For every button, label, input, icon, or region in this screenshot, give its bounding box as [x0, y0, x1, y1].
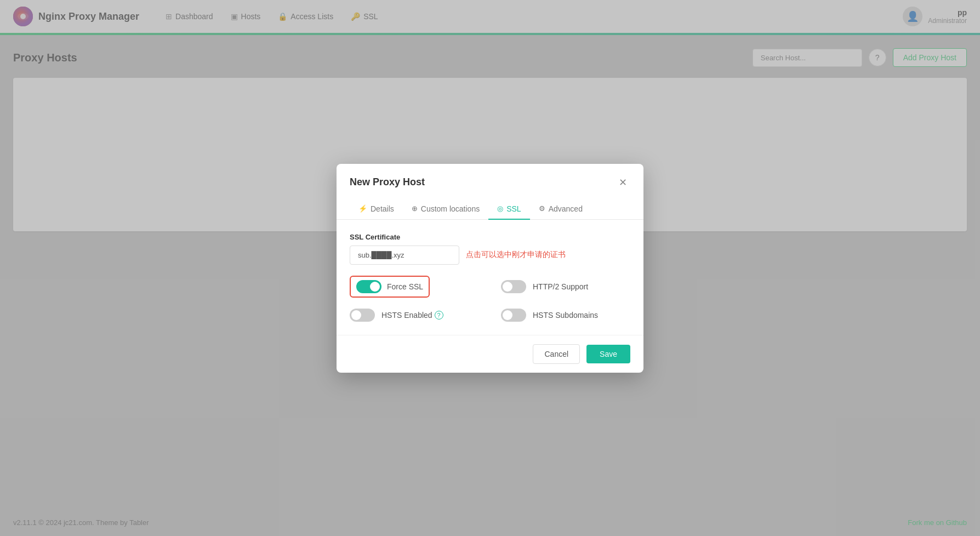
modal-header: New Proxy Host ✕: [337, 164, 643, 190]
hsts-enabled-slider: [350, 309, 375, 322]
advanced-tab-icon: ⚙: [539, 204, 545, 213]
tab-custom-locations[interactable]: ⊕ Custom locations: [403, 199, 488, 220]
tab-advanced-label: Advanced: [549, 204, 583, 213]
hsts-subdomains-slider: [501, 309, 526, 322]
hsts-subdomains-toggle[interactable]: [501, 309, 526, 322]
modal-title: New Proxy Host: [350, 176, 425, 188]
hsts-subdomains-toggle-item: HSTS Subdomains: [501, 309, 630, 322]
details-tab-icon: ⚡: [358, 204, 367, 213]
tab-details[interactable]: ⚡ Details: [350, 199, 403, 220]
force-ssl-slider: [356, 280, 381, 293]
hsts-help-icon[interactable]: ?: [435, 311, 443, 320]
http2-support-toggle-item: HTTP/2 Support: [501, 276, 630, 298]
ssl-cert-input[interactable]: [350, 246, 459, 265]
hsts-enabled-text: HSTS Enabled: [381, 311, 432, 320]
modal-body: SSL Certificate 点击可以选中刚才申请的证书 Force SSL: [337, 220, 643, 335]
tab-details-label: Details: [371, 204, 394, 213]
modal-tabs: ⚡ Details ⊕ Custom locations ◎ SSL ⚙ Adv…: [337, 199, 643, 220]
custom-locations-tab-icon: ⊕: [412, 204, 418, 213]
modal-close-button[interactable]: ✕: [615, 175, 630, 190]
ssl-cert-row: 点击可以选中刚才申请的证书: [350, 246, 630, 265]
http2-toggle[interactable]: [501, 280, 526, 293]
http2-label: HTTP/2 Support: [533, 282, 588, 291]
hsts-enabled-toggle[interactable]: [350, 309, 375, 322]
http2-slider: [501, 280, 526, 293]
ssl-toggles-grid: Force SSL HTTP/2 Support: [350, 276, 630, 322]
hsts-subdomains-label: HSTS Subdomains: [533, 311, 598, 320]
force-ssl-label: Force SSL: [387, 282, 423, 291]
tab-ssl-label: SSL: [506, 204, 521, 213]
ssl-certificate-group: SSL Certificate 点击可以选中刚才申请的证书: [350, 233, 630, 265]
hsts-enabled-label: HSTS Enabled ?: [381, 311, 443, 320]
modal-overlay: New Proxy Host ✕ ⚡ Details ⊕ Custom loca…: [0, 0, 980, 536]
force-ssl-box: Force SSL: [350, 276, 430, 298]
ssl-hint-text: 点击可以选中刚才申请的证书: [466, 250, 566, 260]
tab-advanced[interactable]: ⚙ Advanced: [530, 199, 591, 220]
ssl-cert-label: SSL Certificate: [350, 233, 630, 241]
hsts-enabled-toggle-item: HSTS Enabled ?: [350, 309, 479, 322]
cancel-button[interactable]: Cancel: [533, 344, 580, 364]
new-proxy-host-modal: New Proxy Host ✕ ⚡ Details ⊕ Custom loca…: [337, 164, 643, 373]
tab-ssl[interactable]: ◎ SSL: [488, 199, 529, 220]
save-button[interactable]: Save: [586, 345, 630, 363]
tab-custom-locations-label: Custom locations: [421, 204, 480, 213]
modal-footer: Cancel Save: [337, 335, 643, 373]
force-ssl-toggle[interactable]: [356, 280, 381, 293]
ssl-tab-icon: ◎: [497, 204, 503, 213]
force-ssl-toggle-item: Force SSL: [350, 276, 479, 298]
